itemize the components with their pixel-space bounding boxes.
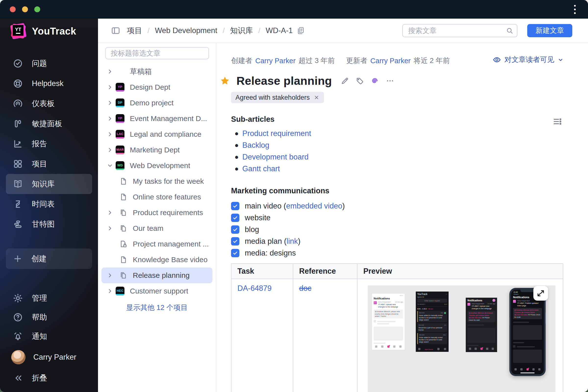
preview-thumbnail-agile-board[interactable]: YouTrack ⌕ Sprint 09 Enter search reques… — [416, 292, 448, 352]
checklist-item: media: designs — [231, 247, 588, 259]
visibility-dropdown[interactable]: 对文章读者可见 — [493, 55, 564, 65]
tree-item-project[interactable]: MAR Marketing Dept — [102, 142, 212, 158]
chevron-right-icon[interactable] — [107, 225, 116, 232]
copy-id-icon[interactable] — [296, 26, 305, 35]
gear-icon — [13, 293, 23, 303]
new-article-button[interactable]: 新建文章 — [527, 24, 572, 37]
close-window-button[interactable] — [10, 6, 16, 12]
media-plan-link[interactable]: link — [287, 237, 298, 246]
checkbox-checked[interactable] — [231, 237, 239, 246]
sidebar-item-help[interactable]: 帮助 — [6, 308, 92, 327]
sidebar-item-dashboards[interactable]: 仪表板 — [6, 94, 92, 114]
sidebar-item-reports[interactable]: 报告 — [6, 134, 92, 154]
chevron-right-icon[interactable] — [107, 84, 116, 90]
chart-icon — [13, 139, 23, 149]
checkbox-checked[interactable] — [231, 226, 239, 234]
tree-item-drafts[interactable]: 草稿箱 — [102, 64, 212, 80]
tree-item-article[interactable]: My tasks for the week — [102, 174, 212, 189]
ai-spiral-icon[interactable] — [370, 76, 380, 86]
board-card: IND-50345m Hover added to manually sorte… — [417, 333, 447, 344]
hourglass-icon — [13, 199, 23, 209]
show-more-projects-link[interactable]: 显示其他 12 个项目 — [98, 303, 216, 312]
brand[interactable]: YT YouTrack — [0, 18, 98, 39]
sub-article-link[interactable]: Development board — [242, 153, 309, 162]
tree-item-project[interactable]: YP Event Management D... — [102, 111, 212, 126]
article-tag[interactable]: Agreed with stakeholders — [231, 92, 324, 103]
more-actions-icon[interactable] — [386, 77, 394, 85]
breadcrumb-projects[interactable]: 项目 — [127, 26, 142, 36]
sidebar-collapse[interactable]: 折叠 — [6, 368, 92, 388]
preview-thumbnail-light-notifications[interactable]: ••• Notifications Hana Krippendorf10 min… — [372, 293, 405, 350]
sub-article-link[interactable]: Gantt chart — [242, 164, 280, 173]
tree-item-article-parent[interactable]: Product requirements — [102, 205, 212, 220]
search-input[interactable] — [402, 24, 518, 37]
tree-item-article[interactable]: Online store features — [102, 189, 212, 205]
kebab-menu-icon[interactable] — [572, 4, 578, 16]
sidebar-item-timesheets[interactable]: 时间表 — [6, 194, 92, 214]
article-title: Release planning — [236, 74, 332, 88]
pages-stack-icon — [119, 224, 128, 232]
reference-table: Task Reference Preview DA-64879 doc — [231, 264, 563, 392]
sidebar-item-helpdesk[interactable]: Helpdesk — [6, 74, 92, 94]
sidebar-item-knowledge-base[interactable]: 知识库 — [6, 174, 92, 194]
sub-article-link[interactable]: Backlog — [242, 141, 269, 150]
sidebar-item-issues[interactable]: 问题 — [6, 54, 92, 74]
close-icon[interactable] — [314, 94, 320, 100]
tree-item-article[interactable]: Knowledge Base video — [102, 252, 212, 268]
tree-item-article-selected[interactable]: Release planning — [102, 268, 212, 283]
chevron-right-icon[interactable] — [107, 68, 116, 75]
breadcrumb-article-id[interactable]: WD-A-1 — [266, 26, 292, 35]
zoom-window-button[interactable] — [34, 6, 40, 12]
minimize-window-button[interactable] — [22, 6, 28, 12]
doc-link-strikethrough[interactable]: doc — [299, 284, 312, 292]
user-menu[interactable]: Carry Parker — [6, 346, 92, 368]
tree-item-project-expanded[interactable]: WD Web Development — [102, 158, 212, 174]
embedded-video-link[interactable]: embedded video — [286, 202, 342, 210]
tag-icon[interactable] — [356, 77, 364, 85]
outline-toc-icon[interactable] — [552, 116, 562, 126]
sub-article-link[interactable]: Product requirement — [242, 129, 311, 138]
sidebar-item-notifications[interactable]: 通知 — [6, 327, 92, 346]
preview-thumbnail-dark-notifications[interactable]: Notifications Hana Krippendorf10 min ago — [466, 298, 497, 352]
tree-item-article-locked[interactable]: Project management ... — [102, 236, 212, 252]
chevron-right-icon[interactable] — [107, 147, 116, 153]
chevron-right-icon[interactable] — [107, 288, 116, 294]
expand-image-button[interactable] — [533, 286, 548, 300]
breadcrumb-project[interactable]: Web Development — [155, 26, 217, 35]
phone-nav-bar: Agile Boards — [417, 348, 447, 350]
favorite-star-icon[interactable] — [220, 76, 230, 86]
preview-image-gallery[interactable]: ••• Notifications Hana Krippendorf10 min… — [368, 286, 556, 392]
chevron-right-icon[interactable] — [107, 116, 116, 122]
tree-item-project[interactable]: YP Design Dept — [102, 80, 212, 95]
traffic-lights — [10, 6, 40, 12]
chevron-right-icon[interactable] — [107, 272, 116, 278]
sidebar-item-admin[interactable]: 管理 — [6, 288, 92, 308]
tree-item-project[interactable]: DP Demo project — [102, 95, 212, 111]
chevron-down-icon[interactable] — [107, 162, 116, 169]
chevron-right-icon[interactable] — [107, 131, 116, 138]
project-avatar: MAR — [116, 146, 124, 154]
sidebar-item-projects[interactable]: 项目 — [6, 154, 92, 174]
breadcrumb-knowledge-base[interactable]: 知识库 — [230, 26, 253, 36]
sidebar-item-agile-boards[interactable]: 敏捷面板 — [6, 114, 92, 134]
checkbox-checked[interactable] — [231, 214, 239, 222]
chevron-right-icon[interactable] — [107, 100, 116, 106]
tree-item-project[interactable]: LAC Legal and compliance — [102, 126, 212, 142]
panel-toggle-icon[interactable] — [111, 26, 120, 36]
create-button[interactable]: 创建 — [6, 248, 92, 269]
updated-author-link[interactable]: Carry Parker — [370, 57, 410, 65]
sidebar-item-gantt[interactable]: 甘特图 — [6, 214, 92, 234]
checkbox-checked[interactable] — [231, 249, 239, 257]
tree-item-article-parent[interactable]: Our team — [102, 220, 212, 236]
task-link[interactable]: DA-64879 — [238, 284, 272, 292]
expand-arrows-icon — [536, 289, 545, 298]
edit-pencil-icon[interactable] — [341, 77, 349, 85]
skeleton — [468, 328, 496, 343]
checkbox-checked[interactable] — [231, 202, 239, 210]
tree-item-project[interactable]: HEC Customer support — [102, 283, 212, 299]
tree-filter-input[interactable] — [105, 47, 209, 59]
chevron-right-icon[interactable] — [107, 210, 116, 216]
search-icon[interactable] — [506, 27, 514, 34]
created-author-link[interactable]: Carry Parker — [255, 57, 296, 65]
preview-thumbnail-iphone[interactable]: 21:40••• ‹ Search Notifications Hana Kri… — [509, 288, 546, 376]
